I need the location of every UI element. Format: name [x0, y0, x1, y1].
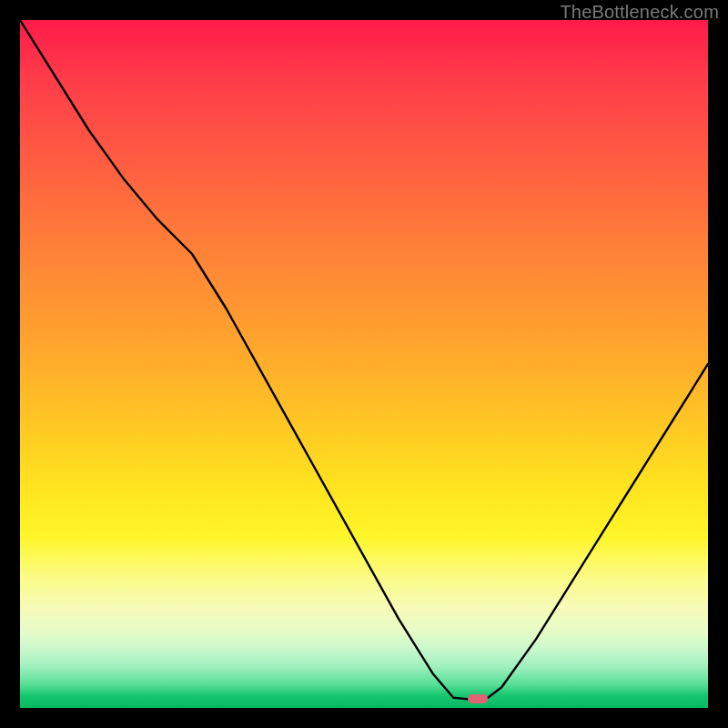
- watermark-text: TheBottleneck.com: [560, 2, 719, 23]
- chart-container: TheBottleneck.com: [0, 0, 728, 728]
- bottleneck-curve: [20, 20, 708, 708]
- plot-area: [20, 20, 708, 708]
- optimum-marker: [468, 694, 488, 703]
